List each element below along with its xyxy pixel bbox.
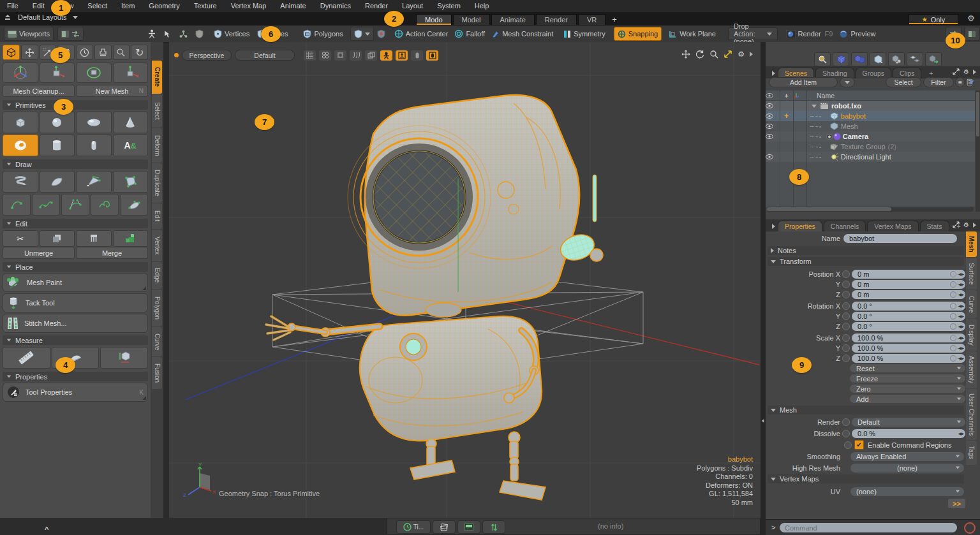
channel-dot[interactable] xyxy=(842,312,850,320)
viewport-options-gear-icon[interactable]: ⚙ xyxy=(738,50,745,59)
menu-texture[interactable]: Texture xyxy=(187,0,224,12)
polygon-pen-tool-button[interactable] xyxy=(76,171,112,193)
menu-file[interactable]: File xyxy=(0,0,26,12)
sort-arrows-button[interactable] xyxy=(482,520,505,534)
render-dropdown[interactable]: Default xyxy=(852,418,965,427)
tab-curve[interactable]: Curve xyxy=(152,327,162,356)
panel-gear-icon[interactable]: ⚙ xyxy=(963,68,969,75)
auto-select-icon[interactable] xyxy=(160,27,175,40)
wireframe-toggle-icon[interactable] xyxy=(304,50,316,61)
vertices-mode-button[interactable]: Vertices xyxy=(211,27,253,40)
mesh-constraint-button[interactable]: Mesh Constraint xyxy=(488,27,556,40)
maximize-viewport-icon[interactable] xyxy=(724,50,732,59)
only-toggle[interactable]: ★ Only xyxy=(909,14,958,25)
tool-properties-button[interactable]: Tool PropertiesK xyxy=(3,383,148,402)
scale-x-input[interactable]: 100.0 %◀▶ xyxy=(852,333,965,342)
replicator-icon[interactable] xyxy=(888,52,905,66)
pan-view-icon[interactable] xyxy=(681,50,690,59)
tab-deform[interactable]: Deform xyxy=(152,128,162,163)
list-horizontal-scrollbar[interactable] xyxy=(767,207,974,212)
rotation-z-input[interactable]: 0.0 °◀▶ xyxy=(852,322,965,331)
item-name-input[interactable] xyxy=(843,234,957,243)
smoothing-dropdown[interactable]: Always Enabled xyxy=(850,452,964,461)
comb-tool-button[interactable] xyxy=(76,230,112,247)
place-section-header[interactable]: Place xyxy=(3,262,148,272)
scale-y-input[interactable]: 100.0 %◀▶ xyxy=(852,344,965,353)
primitives-section-header[interactable]: Primitives xyxy=(3,100,148,110)
tab-fusion[interactable]: Fusion xyxy=(152,357,162,389)
viewport-layout-button[interactable] xyxy=(57,27,84,41)
layers-button[interactable] xyxy=(433,520,456,534)
list-style-icon[interactable]: ≡ xyxy=(955,77,965,87)
expand-properties-button[interactable]: >> xyxy=(948,499,965,508)
panel-divider[interactable] xyxy=(761,42,766,535)
panel-flyout-icon[interactable] xyxy=(973,223,976,228)
draw-section-header[interactable]: Draw xyxy=(3,159,148,169)
ghost-mode-icon[interactable] xyxy=(380,50,392,61)
drop-action-dropdown[interactable]: Drop Action: (none) xyxy=(728,27,778,40)
primitive-tool-icon[interactable] xyxy=(3,45,20,60)
clock-tool-icon[interactable] xyxy=(76,45,93,60)
scale-gizmo-button[interactable] xyxy=(113,62,149,83)
channel-dot[interactable] xyxy=(842,355,850,362)
move-gizmo-button[interactable] xyxy=(40,62,75,83)
layout-tab-model[interactable]: Model xyxy=(453,14,490,25)
menu-geometry[interactable]: Geometry xyxy=(142,0,186,12)
measure-section-header[interactable]: Measure xyxy=(3,335,148,345)
ruler-tool-button[interactable] xyxy=(3,347,50,369)
channel-dot[interactable] xyxy=(842,430,850,437)
select-button[interactable]: Select xyxy=(886,77,921,87)
visibility-eye-icon[interactable] xyxy=(766,124,773,129)
patch-tool-button[interactable] xyxy=(40,171,75,193)
mesh-paint-button[interactable]: Mesh Paint xyxy=(3,273,148,292)
capsule-primitive-button[interactable] xyxy=(76,135,112,156)
proxy-box-icon[interactable] xyxy=(426,50,438,61)
helix-tool-button[interactable] xyxy=(3,171,38,193)
panel-gear-icon[interactable]: ⚙ xyxy=(963,221,969,228)
list-item-directional-light[interactable]: • Directional Light xyxy=(766,152,975,162)
cylinder-primitive-button[interactable] xyxy=(40,135,75,156)
add-layout-tab-button[interactable]: + xyxy=(607,14,622,25)
sphere-primitive-button[interactable] xyxy=(40,112,75,133)
channel-dot[interactable] xyxy=(842,270,850,278)
polygons-mode-button[interactable]: Polygons xyxy=(300,27,346,40)
orbit-view-icon[interactable] xyxy=(695,50,704,59)
search-items-icon[interactable] xyxy=(814,52,831,66)
tab-select[interactable]: Select xyxy=(152,94,162,128)
duplicate-tool-button[interactable] xyxy=(40,230,75,247)
tack-tool-button[interactable]: Tack Tool xyxy=(3,293,148,312)
mesh-cleanup-button[interactable]: Mesh Cleanup... xyxy=(3,85,75,97)
menu-edit[interactable]: Edit xyxy=(26,0,52,12)
position-z-input[interactable]: 0 m◀▶ xyxy=(852,290,965,299)
shading-mode-dropdown[interactable]: Default xyxy=(235,50,295,61)
menu-render[interactable]: Render xyxy=(358,0,395,12)
side-tab-curve[interactable]: Curve xyxy=(966,290,977,318)
popout-panel-icon[interactable] xyxy=(953,68,960,75)
fold-items-icon[interactable] xyxy=(907,52,923,66)
add-geometry-tool-button[interactable] xyxy=(113,230,149,247)
channel-dot[interactable] xyxy=(844,441,852,449)
reset-button[interactable]: Reset xyxy=(850,364,965,372)
menu-system[interactable]: System xyxy=(430,0,468,12)
channel-dot[interactable] xyxy=(842,344,850,352)
tab-create[interactable]: Create xyxy=(152,61,162,94)
item-shield-icon[interactable] xyxy=(192,27,207,40)
overlay-toggle-icon[interactable] xyxy=(365,50,377,61)
tool-inspector-icon[interactable] xyxy=(113,45,130,60)
panel-collapse-caret[interactable]: ^ xyxy=(45,525,48,533)
stitch-mesh-button[interactable]: Stitch Mesh... xyxy=(3,314,148,333)
tab-properties[interactable]: Properties xyxy=(778,221,822,231)
popout-panel-icon[interactable] xyxy=(953,221,960,228)
viewport-flyout-icon[interactable] xyxy=(750,52,753,57)
tab-duplicate[interactable]: Duplicate xyxy=(152,163,162,203)
position-x-input[interactable]: 0 m◀▶ xyxy=(852,270,965,279)
display-toggle-button[interactable] xyxy=(457,520,480,534)
time-tool-button[interactable]: Ti... xyxy=(396,520,431,534)
patch-curve-tool-button[interactable] xyxy=(120,194,148,216)
shaded-toggle-icon[interactable] xyxy=(334,50,346,61)
dimensions-tool-button[interactable] xyxy=(100,347,148,369)
new-mesh-button[interactable]: New MeshN xyxy=(76,85,148,97)
edit-section-header[interactable]: Edit xyxy=(3,219,148,228)
work-plane-button[interactable]: Work Plane xyxy=(665,27,719,40)
panel-flyout-icon[interactable] xyxy=(973,70,976,75)
